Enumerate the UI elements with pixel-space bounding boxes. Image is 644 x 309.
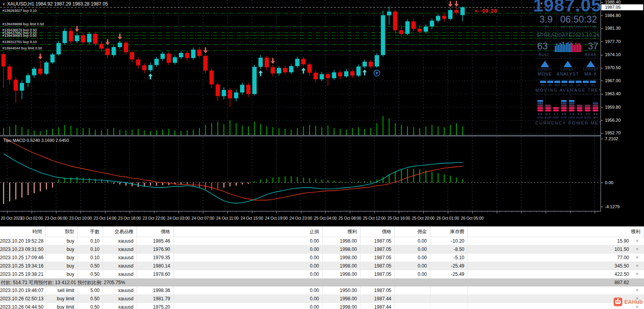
ma-trend-bar-m5 [547,81,553,83]
currency-power-column: 6.5 CHF [560,97,568,119]
pips-block: 3.9 PIPS [535,14,557,31]
close-position-button[interactable]: ✕ [636,254,639,262]
bull-bear-labels: BULL BEAR [535,53,600,58]
sentiment-histogram [550,40,586,52]
candle-countdown-label: <--09:28 [475,8,498,14]
column-header: 交易品種 [103,226,137,237]
close-position-button[interactable]: ✕ [636,286,639,294]
table-row[interactable]: 2023.10.26 04:44:50buy limit0.50xauusd19… [0,303,644,309]
price-tick-label: 1981.30 [605,26,621,30]
macd-tick-label: 0.00 [605,180,613,185]
signal-column: CURRENTMOVE [537,60,552,79]
column-header: 價格 [360,226,395,237]
currency-power-column: 4.9 JPY [591,97,599,119]
table-row[interactable]: 2023.10.20 19:52:28buy0.10xauusd1985.460… [0,237,644,245]
current-price-tag: 1987.05 [601,4,643,10]
dashboard-pips-time-row: 3.9 PIPS 06:50:32 CURRENT BROKER TIME [535,14,600,31]
price-tick-label: 1977.70 [605,39,621,44]
table-header-row: 時間類型手數交易品種價格止損獲利價格佣金庫存費獲利 [0,226,644,237]
bullish-triangle-icon [563,61,572,67]
pips-label: PIPS [535,25,557,28]
close-position-button[interactable]: ✕ [636,270,639,278]
price-tick-label: 1988.40 [605,0,621,4]
ma-trend-bar-m15 [554,81,560,83]
time-axis[interactable]: 20 Oct 202323 Oct 02:0023 Oct 06:0023 Oc… [0,211,644,226]
signal-column: CURRENTANALYST [557,60,579,79]
column-header: 獲利 [323,226,360,237]
chart-dropdown-icon[interactable]: ▼ [2,2,6,6]
terminal-trade-table: 時間類型手數交易品種價格止損獲利價格佣金庫存費獲利2023.10.20 19:5… [0,226,644,309]
currency-power-column: 1.7 GBP [552,97,560,119]
column-header: 價格 [137,226,174,237]
order-lines[interactable] [0,13,599,51]
buy-arrow-icon [362,70,367,75]
price-tick-label: 1970.50 [605,65,621,70]
price-axis[interactable]: 1988.401984.801981.301977.701974.101970.… [601,0,644,211]
table-row[interactable]: 2023.10.25 17:09:46buy0.10xauusd1979.350… [0,254,644,262]
currency-power-title: CURRENCY POWER METER [535,121,600,125]
eahub-watermark-text: EAHub [624,299,643,305]
ma-trends-title: MOVING AVERAGE TRENDS [535,88,600,92]
ma-trends-section: M1M5M15M30H1H4D1W1 MOVING AVERAGE TRENDS [535,81,600,94]
bear-label: BEAR [585,53,597,58]
sell-arrow-icon [454,1,459,7]
currency-power-section: 6.6 USD 4.3 EUR 1.7 GBP 6.5 CHF [535,97,600,125]
date-value: 2023.10.26 [572,32,600,38]
macd-pane [0,138,599,204]
currency-power-column: 4.3 EUR [544,97,552,119]
order-line-label: #139293027 buy 0.10 [2,9,37,13]
column-header: 獲利 [468,226,644,237]
candlestick-series [2,6,465,107]
spread-label: SPREAD [537,32,558,38]
dashboard-indicator: 1987.05 3.9 PIPS 06:50:32 CURRENT BROKER… [535,0,600,134]
table-row[interactable]: 2023.10.26 02:50:13buy limit0.50xauusd19… [0,295,644,303]
price-tick-label: 1963.40 [605,91,621,96]
bull-label: BULL [539,53,550,58]
dashboard-big-price: 1987.05 [532,0,603,16]
currency-power-column: 6.6 USD [536,97,544,119]
sell-arrow-icon [75,26,79,32]
bear-value: 37 [586,41,600,52]
sell-arrow-icon [118,34,122,40]
currency-power-column: 3.9 NZD [584,97,591,119]
chart-canvas[interactable] [0,0,601,211]
order-line-label: #139439699 buy limit 0.50 [2,22,44,26]
macd-tick-label: 7.2102 [605,136,618,141]
bullish-triangle-icon [586,61,595,67]
macd-indicator-title: Tipu MACD 0.5240 3.1690 2.6450 [3,138,69,143]
table-row[interactable]: 2023.10.25 19:38:21buy0.50xauusd1978.600… [0,270,644,279]
table-row[interactable]: 2023.10.20 19:46:07sell limit5.00xauusd1… [0,286,644,295]
price-tick-label: 1974.10 [605,52,621,57]
broker-time-value: 06:50:32 [557,14,600,24]
broker-time-block: 06:50:32 CURRENT BROKER TIME [557,14,600,31]
pane-separator-dark [0,136,644,137]
sell-arrow-icon [105,39,110,45]
column-header: 庫存費 [430,226,468,237]
ma-trend-bars [535,81,600,83]
column-header: 手數 [78,226,103,237]
broker-time-label: CURRENT BROKER TIME [557,25,600,28]
spread-date-row: SPREAD DATE 2023.10.26 [535,32,600,39]
currency-power-column: 7.3 CAD [568,97,576,119]
ma-trend-bar-w1 [590,81,596,83]
eahub-watermark: EAHub [614,298,643,306]
table-row[interactable]: 2023.10.25 19:34:16buy0.50xauusd1980.140… [0,262,644,270]
signal-columns: CURRENTMOVE CURRENTANALYST CURRENTMA-X [535,60,600,79]
close-position-button[interactable]: ✕ [636,237,639,245]
time-tick-label: 26 Oct 05:00 [457,216,487,220]
price-tick-label: 1952.70 [605,130,621,135]
macd-tick-label: -4.1279 [605,204,620,209]
sell-arrow-icon [448,1,452,7]
account-summary-text: 付款: 514.71 可用預付款: 13 412.01 預付款比例: 2705.… [0,279,125,286]
pips-value: 3.9 [535,14,557,24]
volume-series [3,116,463,135]
chart-title-text: XAUUSD,H1 1984.92 1987.29 1983.28 1987.0… [7,1,108,7]
sell-arrow-icon [203,47,208,53]
close-position-button[interactable]: ✕ [636,245,639,253]
ma-trend-bar-d1 [583,81,589,83]
account-summary-profit: 887.62 [614,279,629,286]
table-row[interactable]: 2023.10.23 09:31:50buy0.10xauusd1976.900… [0,245,644,254]
order-line-label: #139438683 buy 0.50 [2,34,37,38]
close-position-button[interactable]: ✕ [636,262,639,270]
mt4-terminal-window: ▼XAUUSD,H1 1984.92 1987.29 1983.28 1987.… [0,0,644,309]
